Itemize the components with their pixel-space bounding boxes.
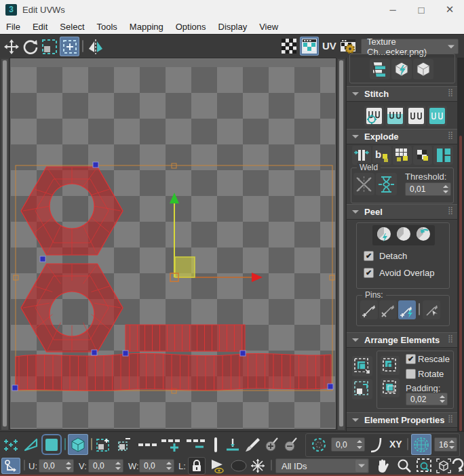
u-field[interactable]: 0,0 <box>39 459 74 473</box>
grow-edge-loop-icon[interactable] <box>160 435 183 454</box>
rescale-elements-icon[interactable] <box>381 378 400 397</box>
menu-display[interactable]: Display <box>212 22 254 32</box>
uv-island-hex-bottom[interactable] <box>21 264 123 352</box>
padding-spinner[interactable] <box>438 395 446 403</box>
stitch-to-target-icon[interactable] <box>385 106 405 126</box>
absolute-mode-icon[interactable] <box>1 458 20 474</box>
detach-checkbox[interactable] <box>364 251 374 261</box>
polygon-mode-icon[interactable] <box>41 434 62 455</box>
title-bar[interactable]: 3 Edit UVWs ─ □ ✕ <box>0 0 464 19</box>
rollout-header-stitch[interactable]: Stitch ⣿ <box>347 86 458 102</box>
v-spinner[interactable] <box>114 461 121 471</box>
dropdown-arrow-button[interactable] <box>355 460 368 472</box>
u-spinner[interactable] <box>64 461 72 471</box>
break-by-face-icon[interactable] <box>393 146 412 165</box>
stitch-to-source-icon[interactable] <box>427 106 447 126</box>
element-toggle-icon[interactable] <box>68 434 88 455</box>
pack-custom-icon[interactable] <box>381 356 400 375</box>
threshold-field[interactable]: 0,01 <box>405 182 451 196</box>
quick-peel-button-icon[interactable] <box>375 225 393 245</box>
rescale-checkbox[interactable] <box>406 354 416 364</box>
filter-faces-icon[interactable] <box>229 458 248 474</box>
interactive-pin-icon[interactable] <box>423 300 440 319</box>
quick-planar-map-icon[interactable] <box>370 59 390 79</box>
avoid-overlap-checkbox[interactable] <box>364 268 374 278</box>
grid-size-field[interactable]: 16 <box>434 437 457 452</box>
uv-island-strip-long[interactable] <box>16 353 331 391</box>
falloff-space-xy-button[interactable]: XY <box>389 439 402 450</box>
move-tool-icon[interactable] <box>2 37 20 56</box>
auto-pin-icon[interactable] <box>398 300 416 319</box>
rotate-tool-icon[interactable] <box>21 37 39 56</box>
grid-size-spinner[interactable] <box>448 439 455 450</box>
v-field[interactable]: 0,0 <box>88 459 123 473</box>
shrink-edge-loop-icon[interactable] <box>185 435 208 454</box>
zoom-extents-icon[interactable] <box>435 457 452 475</box>
edge-mode-icon[interactable] <box>22 435 40 454</box>
close-button[interactable]: ✕ <box>436 0 464 19</box>
maximize-button[interactable]: □ <box>407 0 436 19</box>
pan-icon[interactable] <box>373 457 392 475</box>
zoom-region-icon[interactable] <box>415 457 434 475</box>
lock-selection-icon[interactable] <box>188 457 206 475</box>
weld-selected-icon[interactable] <box>353 173 374 195</box>
viewport-vscrollbar-track[interactable] <box>338 59 345 430</box>
panel-scrollbar-thumb[interactable] <box>459 136 462 431</box>
w-field[interactable]: 0,0 <box>139 459 174 473</box>
grow-selection-icon[interactable] <box>94 435 113 454</box>
transform-gizmo[interactable] <box>170 193 263 282</box>
menu-file[interactable]: File <box>0 22 26 32</box>
mirror-tool-icon[interactable] <box>85 37 106 56</box>
scale-tool-icon[interactable] <box>40 37 58 56</box>
padding-field[interactable]: 0,02 <box>406 393 448 405</box>
break-by-element-icon[interactable] <box>413 146 432 165</box>
freeform-tool-icon[interactable] <box>60 37 79 56</box>
target-weld-icon[interactable] <box>376 173 397 195</box>
rollout-header-element-properties[interactable]: Element Properties ⣿ <box>347 412 458 428</box>
zoom-to-selected-icon[interactable] <box>451 457 464 475</box>
pin-selected-icon[interactable] <box>360 300 378 319</box>
threshold-spinner[interactable] <box>442 184 449 194</box>
menu-tools[interactable]: Tools <box>91 22 123 32</box>
paint-select-add-icon[interactable] <box>263 435 281 454</box>
detach-edge-verts-icon[interactable] <box>433 146 453 165</box>
freeze-selected-icon[interactable] <box>248 457 267 475</box>
align-to-edge-icon[interactable] <box>223 435 242 454</box>
show-map-icon[interactable] <box>300 37 319 56</box>
unpin-selected-icon[interactable] <box>379 300 397 319</box>
break-by-material-icon[interactable]: b <box>372 146 391 165</box>
shrink-selection-icon[interactable] <box>115 435 134 454</box>
rollout-header-peel[interactable]: Peel ⣿ <box>347 204 458 220</box>
rollout-header-explode[interactable]: Explode ⣿ <box>347 129 458 144</box>
reset-peel-icon[interactable] <box>414 225 432 245</box>
falloff-spinner[interactable] <box>355 439 363 450</box>
soft-selection-icon[interactable] <box>309 435 328 454</box>
material-id-dropdown[interactable]: All IDs <box>275 458 369 473</box>
menu-mapping[interactable]: Mapping <box>123 22 170 32</box>
menu-options[interactable]: Options <box>170 22 212 32</box>
hide-unselected-icon[interactable] <box>208 458 227 474</box>
select-edge-ring-icon[interactable] <box>211 435 220 454</box>
uv-coords-button[interactable]: UV <box>322 40 336 52</box>
minimize-button[interactable]: ─ <box>379 0 407 19</box>
rotate-checkbox[interactable] <box>406 369 416 379</box>
peel-mode-icon[interactable] <box>395 225 412 245</box>
stitch-to-average-icon[interactable] <box>406 106 426 126</box>
stitch-custom-icon[interactable] <box>364 106 384 126</box>
w-spinner[interactable] <box>165 461 172 471</box>
flatten-by-smoothing-icon[interactable] <box>352 146 371 165</box>
soft-selection-falloff-field[interactable]: 0,0 <box>331 437 365 452</box>
select-edge-loop-icon[interactable] <box>137 435 159 454</box>
falloff-curve-icon[interactable] <box>368 435 387 455</box>
texture-options-icon[interactable] <box>339 37 357 56</box>
show-checker-icon[interactable] <box>280 37 298 55</box>
uv-island-strip-middle[interactable] <box>125 325 245 351</box>
viewport-vscrollbar-thumb[interactable] <box>339 60 343 427</box>
menu-view[interactable]: View <box>253 22 284 32</box>
uv-island-hex-top[interactable] <box>21 167 123 255</box>
uv-viewport[interactable] <box>9 58 336 430</box>
rollout-header-arrange[interactable]: Arrange Elements ⣿ <box>347 332 458 348</box>
pack-normalize-icon[interactable] <box>352 356 372 376</box>
panel-scroll-strip[interactable] <box>457 58 464 431</box>
menu-select[interactable]: Select <box>54 22 90 32</box>
